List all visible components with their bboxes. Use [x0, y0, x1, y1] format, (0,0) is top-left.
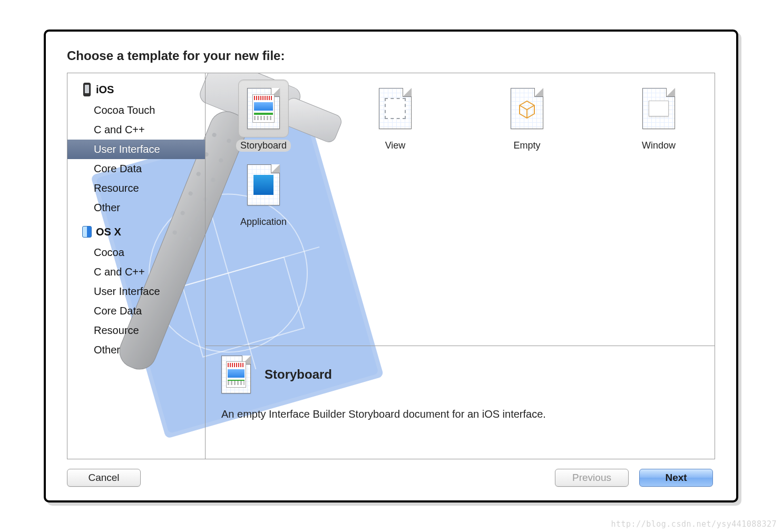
category-item-other-osx[interactable]: Other	[67, 340, 205, 360]
category-group-header-osx: OS X	[67, 221, 205, 243]
category-item-resource-osx[interactable]: Resource	[67, 321, 205, 340]
template-storyboard[interactable]: Storyboard	[229, 80, 298, 152]
category-item-user-interface-osx[interactable]: User Interface	[67, 282, 205, 301]
category-item-cocoa[interactable]: Cocoa	[67, 243, 205, 262]
category-item-c-and-cpp-osx[interactable]: C and C++	[67, 262, 205, 282]
category-sidebar: iOS Cocoa Touch C and C++ User Interface…	[67, 73, 206, 459]
category-item-other[interactable]: Other	[67, 198, 205, 218]
template-application[interactable]: Application	[229, 156, 298, 228]
storyboard-icon	[247, 88, 280, 129]
category-group-osx: OS X Cocoa C and C++ User Interface Core…	[67, 221, 205, 360]
cancel-button[interactable]: Cancel	[67, 469, 141, 487]
new-file-template-dialog: Choose a template for your new file:	[44, 29, 738, 503]
template-label: Window	[638, 140, 680, 152]
template-window[interactable]: Window	[624, 80, 693, 152]
template-detail: Storyboard An empty Interface Builder St…	[206, 346, 715, 459]
category-item-core-data-osx[interactable]: Core Data	[67, 301, 205, 321]
category-item-c-and-cpp[interactable]: C and C++	[67, 120, 205, 140]
template-label: Application	[236, 216, 291, 228]
template-label: Storyboard	[236, 140, 291, 152]
template-empty[interactable]: Empty	[493, 80, 561, 152]
previous-button[interactable]: Previous	[555, 469, 629, 487]
empty-icon	[511, 88, 543, 129]
template-label: Empty	[509, 140, 544, 152]
category-item-user-interface[interactable]: User Interface	[67, 140, 205, 159]
storyboard-icon	[221, 356, 251, 393]
watermark-text: http://blog.csdn.net/ysy441088327	[611, 519, 777, 529]
view-icon	[379, 88, 412, 129]
window-icon	[642, 88, 675, 129]
content-panel: iOS Cocoa Touch C and C++ User Interface…	[67, 73, 715, 459]
dialog-footer: Cancel Previous Next	[46, 459, 736, 500]
template-label: View	[381, 140, 410, 152]
dialog-heading: Choose a template for your new file:	[46, 32, 736, 73]
next-button[interactable]: Next	[639, 469, 713, 487]
template-grid: Storyboard View	[206, 73, 715, 346]
category-group-label: iOS	[96, 84, 114, 96]
category-group-ios: iOS Cocoa Touch C and C++ User Interface…	[67, 78, 205, 218]
iphone-icon	[82, 82, 92, 97]
category-item-cocoa-touch[interactable]: Cocoa Touch	[67, 101, 205, 120]
template-view[interactable]: View	[361, 80, 429, 152]
category-item-resource[interactable]: Resource	[67, 179, 205, 198]
application-icon	[247, 164, 280, 205]
detail-title: Storyboard	[265, 367, 332, 382]
finder-icon	[82, 224, 92, 240]
template-main: Storyboard View	[206, 73, 715, 459]
category-item-core-data[interactable]: Core Data	[67, 159, 205, 179]
category-group-header-ios: iOS	[67, 78, 205, 101]
detail-description: An empty Interface Builder Storyboard do…	[221, 408, 699, 420]
category-group-label: OS X	[96, 226, 121, 238]
